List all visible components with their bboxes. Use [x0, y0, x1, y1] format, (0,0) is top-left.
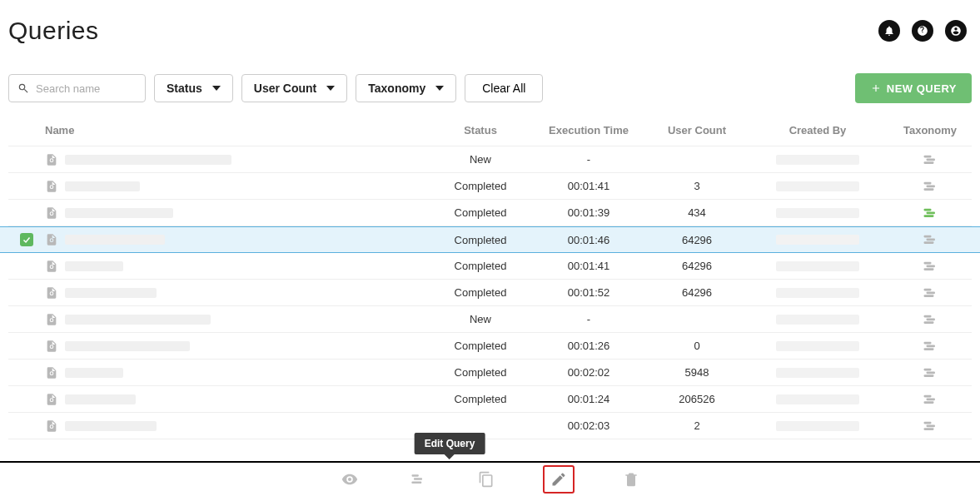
table-row[interactable]: Completed00:01:39434	[8, 200, 972, 226]
cell-taxonomy[interactable]	[888, 287, 972, 299]
cell-created-by	[747, 288, 888, 298]
svg-rect-13	[927, 265, 936, 267]
new-query-button[interactable]: NEW QUERY	[855, 73, 972, 103]
clear-all-button[interactable]: Clear All	[465, 74, 543, 102]
search-icon	[17, 82, 29, 94]
svg-rect-5	[924, 188, 934, 191]
cell-taxonomy[interactable]	[888, 154, 972, 166]
cell-status: Completed	[430, 206, 530, 219]
query-name-placeholder	[65, 421, 157, 431]
cell-taxonomy[interactable]	[888, 367, 972, 379]
view-button[interactable]	[338, 468, 361, 491]
col-name[interactable]: Name	[45, 124, 430, 136]
cell-exec: -	[530, 313, 647, 325]
cell-taxonomy[interactable]	[888, 314, 972, 325]
filter-user-count[interactable]: User Count	[241, 74, 347, 102]
taxonomy-button[interactable]	[406, 468, 430, 491]
filter-taxonomy[interactable]: Taxonomy	[356, 74, 456, 102]
taxonomy-icon	[923, 181, 938, 192]
cell-status: New	[430, 153, 530, 166]
table-row[interactable]: New-	[8, 306, 972, 333]
taxonomy-icon	[923, 154, 938, 166]
cell-created-by	[747, 261, 888, 271]
chevron-down-icon	[435, 86, 444, 91]
plus-icon	[870, 82, 882, 94]
cell-exec: 00:02:02	[530, 366, 647, 379]
svg-rect-26	[924, 374, 934, 377]
cell-created-by	[747, 155, 888, 165]
table-row[interactable]: Completed00:01:4164296	[8, 253, 972, 280]
query-icon	[45, 180, 58, 193]
cell-exec: 00:01:24	[530, 393, 647, 405]
taxonomy-icon	[923, 234, 938, 246]
taxonomy-icon	[923, 420, 938, 432]
cell-status: Completed	[430, 366, 530, 379]
cell-exec: 00:01:26	[530, 340, 647, 352]
cell-exec: 00:01:41	[530, 180, 647, 192]
table-header: Name Status Execution Time User Count Cr…	[8, 115, 972, 146]
table-row[interactable]: 00:02:032	[8, 413, 972, 439]
table-row[interactable]: Completed00:01:4664296	[0, 226, 980, 253]
svg-rect-21	[924, 341, 932, 344]
filter-status[interactable]: Status	[154, 74, 233, 102]
cell-taxonomy[interactable]	[888, 181, 972, 192]
cell-taxonomy[interactable]	[888, 394, 972, 405]
row-checkbox[interactable]	[20, 233, 33, 246]
help-icon[interactable]	[912, 20, 933, 42]
action-bar	[0, 461, 980, 496]
taxonomy-icon	[923, 287, 938, 299]
search-input[interactable]	[34, 82, 137, 96]
taxonomy-icon	[410, 471, 426, 488]
svg-rect-25	[927, 371, 936, 374]
svg-rect-4	[927, 185, 936, 187]
table-row[interactable]: Completed00:01:5264296	[8, 280, 972, 306]
cell-taxonomy[interactable]	[888, 420, 972, 432]
col-status[interactable]: Status	[430, 124, 530, 136]
col-user[interactable]: User Count	[647, 124, 747, 136]
cell-status: Completed	[430, 393, 530, 405]
svg-rect-15	[924, 288, 932, 290]
cell-user-count: 64296	[647, 260, 747, 272]
svg-rect-22	[927, 345, 936, 347]
svg-rect-10	[927, 239, 936, 241]
account-icon[interactable]	[945, 20, 967, 42]
svg-rect-1	[927, 158, 936, 161]
cell-taxonomy[interactable]	[888, 340, 972, 352]
notifications-icon[interactable]	[878, 20, 900, 42]
cell-created-by	[747, 394, 888, 404]
svg-rect-19	[927, 318, 936, 320]
edit-button[interactable]	[543, 465, 575, 494]
page-title: Queries	[8, 17, 99, 45]
cell-created-by	[747, 181, 888, 191]
taxonomy-icon	[923, 207, 938, 219]
cell-exec: 00:01:41	[530, 260, 647, 272]
trash-icon	[623, 471, 639, 488]
col-exec[interactable]: Execution Time	[530, 124, 647, 136]
table-row[interactable]: Completed00:01:413	[8, 173, 972, 200]
delete-button[interactable]	[619, 468, 643, 491]
cell-taxonomy[interactable]	[888, 260, 972, 272]
copy-button[interactable]	[475, 468, 498, 491]
query-icon	[45, 393, 58, 406]
search-input-wrap[interactable]	[8, 74, 146, 102]
cell-taxonomy[interactable]	[888, 234, 972, 246]
query-name-placeholder	[65, 341, 190, 351]
svg-rect-33	[411, 474, 418, 477]
col-created[interactable]: Created By	[747, 124, 888, 136]
svg-rect-11	[924, 241, 934, 244]
cell-exec: 00:01:39	[530, 206, 647, 219]
table-row[interactable]: Completed00:02:025948	[8, 360, 972, 386]
chevron-down-icon	[212, 86, 221, 91]
table-row[interactable]: Completed00:01:24206526	[8, 386, 972, 413]
query-icon	[45, 233, 58, 246]
svg-rect-18	[924, 315, 932, 317]
table-row[interactable]: Completed00:01:260	[8, 333, 972, 360]
cell-status: Completed	[430, 340, 530, 352]
table-row[interactable]: New-	[8, 146, 972, 173]
svg-rect-35	[411, 482, 421, 484]
query-name-placeholder	[65, 368, 123, 378]
svg-rect-9	[924, 236, 932, 238]
cell-taxonomy[interactable]	[888, 207, 972, 219]
col-tax[interactable]: Taxonomy	[888, 124, 972, 136]
cell-exec: 00:01:52	[530, 286, 647, 299]
